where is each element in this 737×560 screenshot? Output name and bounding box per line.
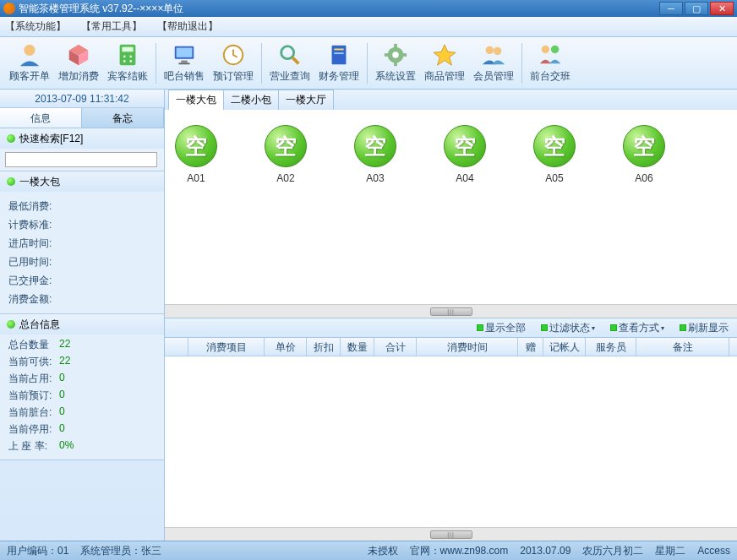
svg-point-4 — [129, 55, 132, 57]
room-item[interactable]: 空A02 — [263, 125, 308, 184]
svg-point-24 — [542, 46, 549, 53]
svg-point-17 — [392, 52, 399, 58]
shift-button[interactable]: 前台交班 — [526, 41, 575, 86]
booking-button[interactable]: 预订管理 — [209, 41, 258, 86]
room-status-icon: 空 — [175, 125, 217, 167]
room-info-title: 一楼大包 — [19, 175, 60, 189]
info-row: 已用时间: — [8, 253, 156, 271]
status-site: 官网：www.zn98.com — [410, 544, 509, 558]
room-item[interactable]: 空A04 — [442, 125, 488, 184]
square-icon — [680, 324, 686, 331]
status-unauth: 未授权 — [368, 544, 398, 558]
grid-column-header[interactable]: 备注 — [636, 338, 729, 356]
filter-refresh[interactable]: 刷新显示 — [680, 321, 729, 335]
grid-column-header[interactable]: 数量 — [341, 338, 374, 356]
svg-point-3 — [123, 55, 126, 57]
info-row: 消费金额: — [8, 290, 156, 308]
minimize-button[interactable]: ─ — [659, 2, 683, 15]
close-button[interactable]: ✕ — [710, 2, 734, 15]
goods-button[interactable]: 商品管理 — [420, 41, 469, 86]
grid-column-header[interactable]: 服务员 — [586, 338, 636, 356]
bullet-icon — [7, 320, 15, 329]
menu-system[interactable]: 【系统功能】 — [5, 19, 66, 34]
room-item[interactable]: 空A06 — [621, 125, 667, 184]
room-item[interactable]: 空A01 — [173, 125, 219, 184]
room-item[interactable]: 空A05 — [532, 125, 577, 184]
horizontal-scrollbar[interactable] — [165, 304, 737, 318]
grid-column-header[interactable]: 记帐人 — [543, 338, 586, 356]
square-icon — [541, 324, 548, 331]
grid-column-header[interactable] — [165, 338, 188, 356]
svg-point-0 — [24, 45, 35, 56]
svg-rect-9 — [181, 61, 188, 63]
customer-order-button[interactable]: 顾客开单 — [5, 41, 54, 86]
system-settings-button[interactable]: 系统设置 — [371, 41, 420, 86]
room-tab-3[interactable]: 一楼大厅 — [278, 90, 334, 111]
scrollbar-thumb[interactable] — [430, 530, 472, 539]
bar-sales-button[interactable]: 吧台销售 — [160, 41, 209, 86]
search-section: 快速检索[F12] — [0, 128, 164, 171]
tab-memo[interactable]: 备忘 — [82, 108, 164, 128]
chevron-down-icon: ▾ — [661, 324, 664, 332]
app-icon — [3, 3, 15, 14]
room-tab-2[interactable]: 二楼小包 — [223, 90, 279, 111]
search-label: 快速检索[F12] — [19, 132, 83, 146]
status-user: 用户编码：01 — [7, 544, 68, 558]
grid-column-header[interactable]: 折扣 — [307, 338, 341, 356]
main-area: 2013-07-09 11:31:42 信息 备忘 快速检索[F12] 一楼大包… — [0, 90, 737, 541]
toolbar-separator — [521, 43, 522, 84]
search-input[interactable] — [5, 152, 157, 167]
filter-view-mode[interactable]: 查看方式▾ — [610, 321, 664, 335]
room-item[interactable]: 空A03 — [352, 125, 398, 184]
menu-help[interactable]: 【帮助退出】 — [157, 19, 218, 34]
stats-title: 总台信息 — [19, 318, 60, 332]
room-status-icon: 空 — [533, 125, 576, 167]
stat-row: 当前停用:0 — [8, 422, 156, 439]
stat-row: 当前占用:0 — [8, 372, 156, 389]
status-lunar: 农历六月初二 — [582, 544, 643, 558]
svg-point-22 — [486, 46, 494, 54]
stat-row: 当前可供:22 — [8, 355, 156, 372]
svg-point-12 — [281, 46, 294, 59]
chevron-down-icon: ▾ — [592, 324, 595, 332]
menubar: 【系统功能】 【常用工具】 【帮助退出】 — [0, 17, 737, 37]
stats-header: 总台信息 — [0, 314, 164, 334]
room-grid: 空A01 空A02 空A03 空A04 空A05 空A06 — [165, 110, 737, 304]
bullet-icon — [7, 177, 15, 186]
statusbar: 用户编码：01 系统管理员：张三 未授权 官网：www.zn98.com 201… — [0, 541, 737, 560]
room-status-icon: 空 — [354, 125, 396, 167]
room-tab-1[interactable]: 一楼大包 — [168, 90, 224, 111]
info-row: 进店时间: — [8, 234, 156, 253]
maximize-button[interactable]: ▢ — [685, 2, 708, 15]
grid-horizontal-scrollbar[interactable] — [165, 527, 737, 541]
finance-button[interactable]: 财务管理 — [314, 41, 363, 86]
menu-tools[interactable]: 【常用工具】 — [81, 19, 142, 34]
grid-header: 消费项目单价折扣数量合计消费时间赠记帐人服务员备注 — [165, 338, 737, 356]
svg-rect-15 — [334, 52, 343, 54]
guest-checkout-button[interactable]: 宾客结账 — [103, 41, 152, 86]
sidebar-tabs: 信息 备忘 — [0, 108, 164, 128]
grid-column-header[interactable]: 合计 — [374, 338, 417, 356]
gear-icon — [383, 42, 408, 68]
filter-show-all[interactable]: 显示全部 — [477, 321, 526, 335]
tab-info[interactable]: 信息 — [0, 108, 82, 128]
room-status-icon: 空 — [623, 125, 665, 167]
filter-status[interactable]: 过滤状态▾ — [541, 321, 595, 335]
stats-section: 总台信息 总台数量22 当前可供:22 当前占用:0 当前预订:0 当前脏台:0… — [0, 314, 164, 460]
svg-point-23 — [494, 47, 501, 55]
stat-row: 总台数量22 — [8, 338, 156, 355]
business-query-button[interactable]: 营业查询 — [265, 41, 314, 86]
grid-column-header[interactable]: 消费时间 — [417, 338, 518, 356]
add-consume-button[interactable]: 增加消费 — [54, 41, 103, 86]
grid-column-header[interactable]: 单价 — [265, 338, 307, 356]
svg-rect-14 — [334, 49, 343, 51]
members-button[interactable]: 会员管理 — [469, 41, 518, 86]
grid-column-header[interactable]: 赠 — [518, 338, 543, 356]
room-tabs: 一楼大包 二楼小包 一楼大厅 — [165, 90, 737, 110]
stats-body: 总台数量22 当前可供:22 当前占用:0 当前预订:0 当前脏台:0 当前停用… — [0, 334, 164, 459]
grid-column-header[interactable]: 消费项目 — [188, 338, 265, 356]
toolbar-separator — [156, 43, 156, 84]
shift-icon — [538, 42, 563, 68]
scrollbar-thumb[interactable] — [430, 307, 472, 316]
toolbar-separator — [261, 43, 262, 84]
